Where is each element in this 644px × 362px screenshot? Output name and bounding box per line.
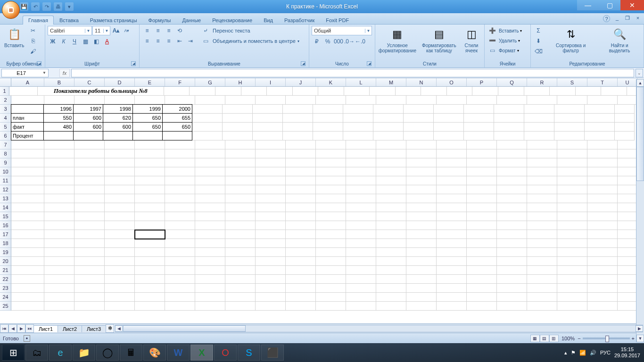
cell-H1[interactable] [293,87,319,96]
cell-K15[interactable] [316,212,346,221]
cell-M3[interactable] [373,105,404,114]
prev-sheet-icon[interactable]: ◀ [8,324,17,333]
cell-M16[interactable] [376,221,406,230]
find-select-button[interactable]: 🔍Найти и выделить [598,26,641,54]
cell-B25[interactable] [44,302,74,311]
cell-F5[interactable]: 650 [162,122,192,132]
cell-P10[interactable] [467,167,497,176]
cell-G17[interactable] [195,230,225,239]
cell-U3[interactable] [615,105,635,114]
cell-U25[interactable] [618,302,637,311]
cell-D7[interactable] [105,140,135,149]
cell-F10[interactable] [165,167,195,176]
cell-E20[interactable] [135,257,165,266]
cell-H11[interactable] [225,176,256,185]
cell-S12[interactable] [557,185,587,194]
cell-N21[interactable] [406,266,437,275]
cell-U5[interactable] [615,123,635,132]
cell-Q13[interactable] [497,194,527,203]
cell-T14[interactable] [587,203,618,212]
cell-J5[interactable] [283,123,313,132]
cell-M4[interactable] [373,114,404,123]
cell-E4[interactable]: 650 [132,113,163,123]
cell-P23[interactable] [467,284,497,293]
cell-U16[interactable] [618,221,637,230]
vertical-scrollbar[interactable]: ▲ ▼ [636,79,644,342]
number-dialog-icon[interactable]: ◢ [367,61,372,66]
align-bottom-icon[interactable]: ≡ [164,26,174,35]
ribbon-tab-3[interactable]: Формулы [143,16,177,25]
cell-K9[interactable] [316,158,346,167]
cell-H19[interactable] [225,248,256,257]
cell-Q5[interactable] [494,123,524,132]
cell-T2[interactable] [587,96,618,105]
cell-B3[interactable]: 1996 [43,104,74,114]
cell-D3[interactable]: 1998 [103,104,133,114]
cell-L14[interactable] [346,203,376,212]
cell-K20[interactable] [316,257,346,266]
ribbon-tab-4[interactable]: Данные [176,16,206,25]
col-header-U[interactable]: U [618,78,637,86]
cell-T18[interactable] [587,239,618,248]
cell-J21[interactable] [286,266,316,275]
cell-T13[interactable] [587,194,618,203]
cell-T16[interactable] [587,221,618,230]
cell-F9[interactable] [165,158,195,167]
cell-C18[interactable] [74,239,105,248]
cell-B15[interactable] [44,212,74,221]
cell-I1[interactable] [318,87,344,96]
cell-L21[interactable] [346,266,376,275]
cell-D25[interactable] [105,302,135,311]
number-format-combo[interactable]: Общий▼ [312,26,372,35]
fx-button[interactable]: fx [59,69,70,77]
cell-E1[interactable] [215,87,241,96]
cell-H17[interactable] [225,230,256,239]
cell-L4[interactable] [343,114,373,123]
cell-styles-button[interactable]: ◫Стили ячеек [461,26,482,54]
scroll-right-icon[interactable]: ▶ [636,325,643,332]
cell-L6[interactable] [343,132,373,140]
cell-I17[interactable] [256,230,286,239]
cell-J22[interactable] [286,275,316,284]
cell-J18[interactable] [286,239,316,248]
cell-I11[interactable] [256,176,286,185]
cell-L1[interactable] [396,87,421,96]
cell-G12[interactable] [195,185,225,194]
ribbon-tab-5[interactable]: Рецензирование [206,16,258,25]
cell-E24[interactable] [135,293,165,302]
cell-D4[interactable]: 620 [103,113,133,123]
cell-L23[interactable] [346,284,376,293]
cell-B16[interactable] [44,221,74,230]
cell-N4[interactable] [404,114,434,123]
cell-B4[interactable]: 550 [43,113,74,123]
select-all-corner[interactable] [0,78,11,86]
row-header-7[interactable]: 7 [0,140,11,149]
cell-E12[interactable] [135,185,165,194]
cell-M2[interactable] [376,96,406,105]
cell-F20[interactable] [165,257,195,266]
cell-D9[interactable] [105,158,135,167]
cell-R10[interactable] [527,167,557,176]
tray-expand-icon[interactable]: ▴ [564,350,567,356]
cell-J10[interactable] [286,167,316,176]
cell-J9[interactable] [286,158,316,167]
cell-J7[interactable] [286,140,316,149]
cell-E9[interactable] [135,158,165,167]
cell-S10[interactable] [557,167,587,176]
cell-G21[interactable] [195,266,225,275]
align-middle-icon[interactable]: ≡ [153,26,163,35]
insert-cells-button[interactable]: ➕Вставить▾ [487,26,522,35]
cell-S6[interactable] [554,132,585,140]
fill-icon[interactable]: ⬇ [533,36,544,46]
cell-A15[interactable] [11,212,44,221]
cell-L20[interactable] [346,257,376,266]
cell-A14[interactable] [11,203,44,212]
cell-N3[interactable] [404,105,434,114]
help-icon[interactable]: ? [603,15,610,22]
cell-B7[interactable] [44,140,74,149]
tray-clock[interactable]: 15:1529.09.2017 [614,346,640,359]
cell-Q25[interactable] [497,302,527,311]
cell-F1[interactable] [241,87,267,96]
cell-G24[interactable] [195,293,225,302]
cell-H8[interactable] [225,149,256,158]
